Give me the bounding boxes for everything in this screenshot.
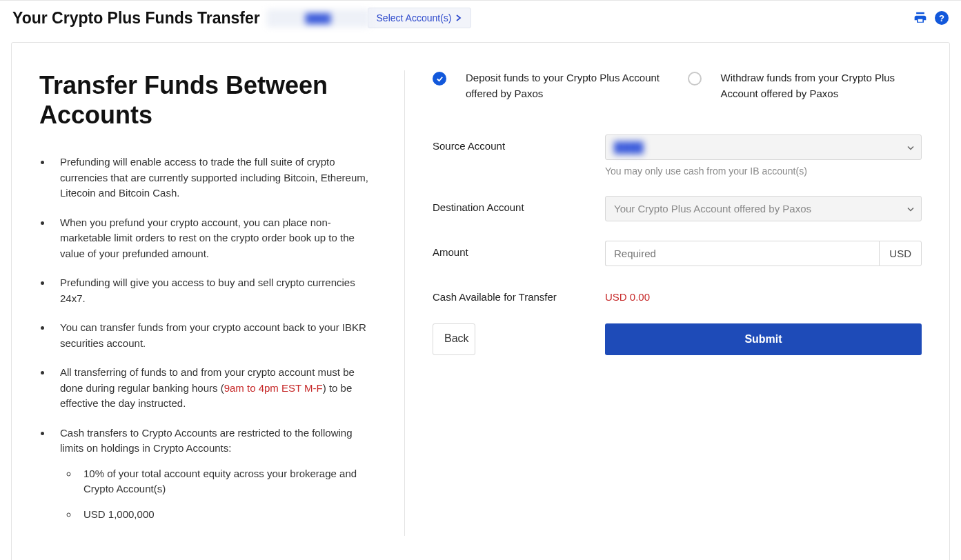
chevron-right-icon <box>455 14 462 21</box>
source-account-select[interactable]: ████ <box>605 134 922 160</box>
help-icon[interactable]: ? <box>935 11 949 25</box>
info-bullet: Prefunding will enable access to trade t… <box>52 154 377 201</box>
source-helper-text: You may only use cash from your IB accou… <box>605 166 922 177</box>
info-sub-bullet: 10% of your total account equity across … <box>78 466 377 497</box>
page-title: Your Crypto Plus Funds Transfer <box>12 9 260 28</box>
amount-input[interactable] <box>605 241 879 266</box>
radio-deposit[interactable]: Deposit funds to your Crypto Plus Accoun… <box>433 70 667 101</box>
back-button[interactable]: Back <box>433 323 475 355</box>
print-icon[interactable] <box>913 11 928 25</box>
cash-available-value: USD 0.00 <box>605 286 922 303</box>
amount-label: Amount <box>433 241 605 258</box>
info-bullet: All transferring of funds to and from yo… <box>52 365 377 412</box>
info-bullet: When you prefund your crypto account, yo… <box>52 215 377 262</box>
info-bullet: Prefunding will give you access to buy a… <box>52 275 377 306</box>
info-sub-bullet: USD 1,000,000 <box>78 507 377 523</box>
info-bullet: Cash transfers to Crypto Accounts are re… <box>52 426 377 523</box>
radio-deposit-label: Deposit funds to your Crypto Plus Accoun… <box>466 70 667 101</box>
chevron-down-icon <box>907 141 914 153</box>
main-card: Transfer Funds Between Accounts Prefundi… <box>11 42 950 560</box>
select-account-button[interactable]: Select Account(s) <box>368 8 472 28</box>
banking-hours: 9am to 4pm EST M-F <box>224 382 323 394</box>
info-bullet: You can transfer funds from your crypto … <box>52 320 377 351</box>
cash-available-label: Cash Available for Transfer <box>433 286 605 303</box>
destination-account-label: Destination Account <box>433 196 605 213</box>
destination-account-select[interactable]: Your Crypto Plus Account offered by Paxo… <box>605 196 922 221</box>
info-panel: Transfer Funds Between Accounts Prefundi… <box>39 70 405 536</box>
account-chip: ████ <box>267 10 370 27</box>
radio-withdraw[interactable]: Withdraw funds from your Crypto Plus Acc… <box>688 70 922 101</box>
amount-unit: USD <box>879 241 922 266</box>
radio-unchecked-icon <box>688 72 702 86</box>
radio-checked-icon <box>433 72 446 86</box>
panel-heading: Transfer Funds Between Accounts <box>39 70 377 130</box>
submit-button[interactable]: Submit <box>605 323 922 355</box>
chevron-down-icon <box>907 203 914 214</box>
source-account-label: Source Account <box>433 134 605 152</box>
select-account-label: Select Account(s) <box>377 12 452 23</box>
radio-withdraw-label: Withdraw funds from your Crypto Plus Acc… <box>721 70 922 101</box>
form-panel: Deposit funds to your Crypto Plus Accoun… <box>433 70 922 536</box>
